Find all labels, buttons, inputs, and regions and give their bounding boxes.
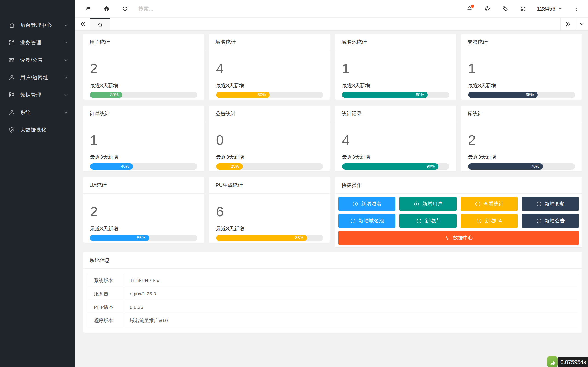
sidebar-item-system[interactable]: 系统 [0,104,75,121]
stat-value: 4 [216,61,323,76]
stat-value: 6 [216,204,323,219]
stat-label: 最近3天新增 [342,82,449,89]
sidebar-item-business[interactable]: 业务管理 [0,34,75,51]
sidebar-item-data-management[interactable]: 数据管理 [0,86,75,104]
progress-percent: 90% [426,163,439,169]
card-title: 公告统计 [209,106,330,122]
row-label: 程序版本 [88,314,124,327]
stat-card-orders: 订单统计 1 最近3天新增 40% [83,106,204,171]
chevron-down-icon [579,21,585,27]
home-icon [8,22,15,29]
stat-value: 1 [90,133,197,148]
modules-icon [8,92,15,98]
row-value: ThinkPHP 8.x [124,274,578,287]
tabs-scroll-left-button[interactable] [75,18,90,30]
tabs-scroll-right-button[interactable] [561,18,575,30]
stat-label: 最近3天新增 [468,154,575,161]
chevron-down-icon [63,110,69,115]
tab-home[interactable] [90,18,110,30]
card-title: 域名统计 [209,34,330,50]
notifications-button[interactable] [464,3,475,14]
stat-card-notices: 公告统计 0 最近3天新增 25% [209,106,330,171]
stats-grid: 用户统计 2 最近3天新增 30% 域名统计 4 最近3天新增 50% 域名池统… [83,34,582,248]
add-library-button[interactable]: 新增库 [399,214,456,227]
stat-value: 1 [342,61,449,76]
card-title: UA统计 [83,177,204,194]
sidebar-item-admin-center[interactable]: 后台管理中心 [0,17,75,34]
plus-circle-icon [476,218,482,224]
add-domain-button[interactable]: 新增域名 [338,197,395,211]
fullscreen-icon[interactable] [518,3,529,14]
view-stats-button[interactable]: 查看统计 [461,197,518,211]
refresh-icon[interactable] [120,3,130,14]
progress-percent: 40% [121,163,133,169]
modules-icon [8,39,15,46]
search-box [138,6,244,12]
stat-value: 2 [468,133,575,148]
sidebar-item-label: 套餐/公告 [20,57,63,64]
double-chevron-left-icon [80,21,86,27]
quick-actions-panel: 快捷操作 新增域名 新增用户 查看统计 新增套餐 新增域名池 新增库 [335,177,582,248]
sidebar-item-packages-notices[interactable]: 套餐/公告 [0,51,75,69]
add-user-button[interactable]: 新增用户 [399,197,456,211]
sidebar-item-label: 系统 [20,109,63,116]
user-icon [8,74,15,81]
tabs-menu-button[interactable] [575,18,588,30]
sidebar-item-users-shorturl[interactable]: 用户/短网址 [0,69,75,86]
card-title: 统计记录 [335,106,456,122]
user-menu[interactable]: 123456 [536,6,564,12]
globe-icon[interactable] [101,3,112,14]
topbar: 123456 [75,0,588,17]
progress-bar: 90% [342,163,449,169]
card-title: 套餐统计 [461,34,582,50]
progress-bar: 50% [216,92,323,98]
search-input[interactable] [138,6,235,12]
sidebar-item-label: 数据管理 [20,92,63,98]
add-package-button[interactable]: 新增套餐 [522,197,579,211]
stat-label: 最近3天新增 [342,154,449,161]
tag-icon[interactable] [500,3,511,14]
double-chevron-right-icon [565,21,571,27]
pulse-icon [444,235,450,241]
progress-percent: 80% [416,92,428,98]
progress-percent: 70% [531,163,543,169]
add-ua-button[interactable]: 新增UA [461,214,518,227]
stat-label: 最近3天新增 [90,225,197,232]
data-center-button[interactable]: 数据中心 [338,231,579,244]
stat-card-library: 库统计 2 最近3天新增 70% [461,106,582,171]
stat-label: 最近3天新增 [216,154,323,161]
stat-label: 最近3天新增 [90,82,197,89]
progress-bar: 30% [90,92,197,98]
plus-circle-icon [536,218,542,224]
thinkphp-trace-icon[interactable] [547,357,558,367]
system-info-panel: 系统信息 系统版本 ThinkPHP 8.x 服务器 nginx/1.26.3 … [83,252,582,333]
panel-title: 快捷操作 [335,177,582,194]
progress-bar: 40% [90,163,197,169]
card-title: 用户统计 [83,34,204,50]
table-row: 程序版本 域名流量推广v6.0 [88,314,578,327]
shield-check-icon [8,126,15,133]
tabbar [75,17,588,31]
collapse-sidebar-icon[interactable] [83,3,94,14]
sidebar-item-label: 后台管理中心 [20,22,63,29]
theme-palette-icon[interactable] [482,3,493,14]
table-row: 系统版本 ThinkPHP 8.x [88,274,578,287]
add-domain-pool-button[interactable]: 新增域名池 [338,214,395,227]
progress-percent: 65% [526,92,538,98]
progress-bar: 25% [216,163,323,169]
stat-card-records: 统计记录 4 最近3天新增 90% [335,106,456,171]
stat-card-domain-pool: 域名池统计 1 最近3天新增 80% [335,34,456,100]
plus-circle-icon [416,218,422,224]
stat-value: 1 [468,61,575,76]
sidebar-item-label: 用户/短网址 [20,74,63,81]
table-row: PHP版本 8.0.26 [88,300,578,314]
sidebar: 后台管理中心 业务管理 套餐/公告 用户/短网址 数据管理 系统 [0,0,75,367]
add-notice-button[interactable]: 新增公告 [522,214,579,227]
chevron-down-icon [558,6,562,11]
trace-widget: 0.075954s [547,357,588,367]
progress-percent: 85% [295,235,307,241]
stat-value: 2 [90,61,197,76]
more-options-icon[interactable] [571,3,582,14]
page-load-time: 0.075954s [558,357,588,367]
sidebar-item-bigdata-visual[interactable]: 大数据视化 [0,121,75,139]
